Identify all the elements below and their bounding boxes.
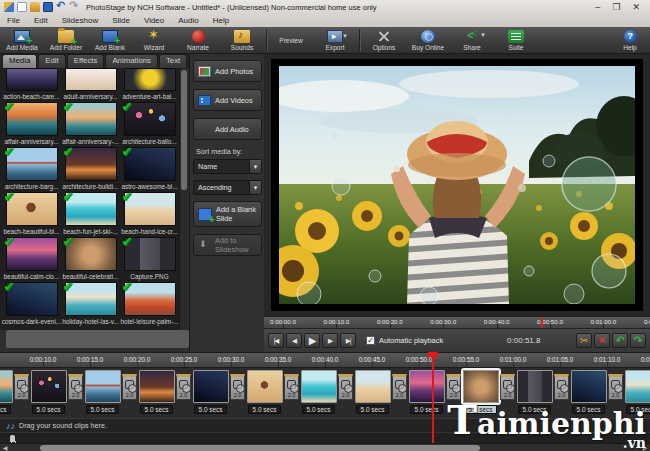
chevron-down-icon[interactable]: ▼	[480, 32, 486, 38]
media-thumbnail[interactable]: ✔	[65, 192, 117, 226]
redo-icon[interactable]	[69, 2, 79, 12]
add-blank-button[interactable]: Add Blank	[88, 27, 132, 53]
menu-item-slide[interactable]: Slide	[105, 16, 137, 25]
slide-thumbnail[interactable]	[301, 370, 337, 403]
preview-seek-bar[interactable]: 0:00:00.00:00:10.00:00:20.00:00:30.00:00…	[264, 316, 650, 329]
sounds-button[interactable]: Sounds	[220, 27, 264, 53]
media-thumbnail[interactable]: ✔	[124, 147, 176, 181]
preview-photo[interactable]	[279, 66, 635, 304]
slide-duration-label[interactable]: 5.0 secs	[194, 405, 228, 414]
remove-slide-button[interactable]: ✖	[594, 333, 610, 348]
media-thumbnail[interactable]: ✔	[124, 102, 176, 136]
slide-duration-label[interactable]: 5.0 secs	[140, 405, 174, 414]
slide-thumbnail[interactable]	[571, 370, 607, 403]
transition-slot[interactable]: 2.0	[67, 370, 84, 400]
add-folder-button[interactable]: Add Folder	[44, 27, 88, 53]
tab-text[interactable]: Text	[159, 54, 187, 68]
preview-button[interactable]: Preview	[269, 27, 313, 53]
help-button[interactable]: Help	[610, 27, 650, 53]
go-to-start-button[interactable]: |◀	[268, 333, 284, 348]
transition-slot[interactable]: 2.0	[229, 370, 246, 400]
media-thumbnail[interactable]: ✔	[65, 147, 117, 181]
transition-icon[interactable]: 2.0	[608, 374, 623, 400]
slide-thumbnail[interactable]	[0, 370, 13, 403]
suite-button[interactable]: Suite	[494, 27, 538, 53]
media-thumbnail[interactable]: ✔	[6, 237, 58, 271]
transition-icon[interactable]: 2.0	[68, 374, 83, 400]
timeline-slide[interactable]: 5.0 secs	[354, 370, 391, 414]
export-button[interactable]: ▼Export	[313, 27, 357, 53]
menu-item-video[interactable]: Video	[137, 16, 171, 25]
transition-slot[interactable]: 2.0	[553, 370, 570, 400]
sort-by-dropdown[interactable]: Name ▼	[193, 159, 262, 174]
media-thumbnail[interactable]: ✔	[124, 237, 176, 271]
media-item[interactable]: ✔hotel-leisure-palm-...	[120, 282, 179, 325]
new-file-icon[interactable]	[17, 2, 27, 12]
transition-slot[interactable]: 2.0	[13, 370, 30, 400]
scroll-left-icon[interactable]: ◀	[0, 444, 10, 451]
add-media-button[interactable]: Add Media	[0, 27, 44, 53]
media-item[interactable]: ✔astro-awesome-bl...	[120, 147, 179, 190]
media-thumbnail[interactable]	[124, 68, 176, 91]
timeline-slide[interactable]: 5.0 secs	[408, 370, 445, 414]
media-thumbnail[interactable]: ✔	[6, 102, 58, 136]
transition-slot[interactable]: 2.0	[283, 370, 300, 400]
media-thumbnail[interactable]: ✔	[65, 102, 117, 136]
transition-slot[interactable]: 2.0	[121, 370, 138, 400]
slide-duration-label[interactable]: 5.0 secs	[86, 405, 120, 414]
slide-duration-label[interactable]: 5.0 secs	[0, 405, 11, 414]
play-button[interactable]: ▶	[304, 333, 320, 348]
transition-icon[interactable]: 2.0	[392, 374, 407, 400]
tab-media[interactable]: Media	[2, 54, 37, 68]
timeline-slide[interactable]: 5.0 secs	[84, 370, 121, 414]
media-thumbnail[interactable]: ✔	[124, 192, 176, 226]
transition-icon[interactable]: 2.0	[500, 374, 515, 400]
timeline-slide[interactable]: 5.0 secs	[192, 370, 229, 414]
menu-item-slideshow[interactable]: Slideshow	[55, 16, 105, 25]
add-to-slideshow-button[interactable]: Add to Slideshow	[193, 234, 262, 256]
media-item[interactable]: ✔architecture-barg...	[2, 147, 61, 190]
chevron-down-icon[interactable]: ▼	[342, 33, 348, 39]
media-item[interactable]: ✔beach-hand-ice-cr...	[120, 192, 179, 235]
redo-button[interactable]: ↷	[630, 333, 646, 348]
buy-online-button[interactable]: Buy Online	[406, 27, 450, 53]
media-item[interactable]: ✔architecture-buildi...	[61, 147, 120, 190]
media-item[interactable]: ✔beach-fun-jet-ski-...	[61, 192, 120, 235]
automatic-playback-option[interactable]: ✓ Automatic playback	[366, 336, 443, 345]
tab-animations[interactable]: Animations	[105, 54, 158, 68]
slide-thumbnail[interactable]	[193, 370, 229, 403]
menu-item-audio[interactable]: Audio	[171, 16, 205, 25]
menu-item-edit[interactable]: Edit	[27, 16, 55, 25]
timeline-slide[interactable]: 5.0 secs	[246, 370, 283, 414]
media-horizontal-scrollbar[interactable]	[6, 330, 189, 348]
timeline-slide[interactable]: 5.0 secs	[0, 370, 13, 414]
tab-effects[interactable]: Effects	[67, 54, 105, 68]
media-item[interactable]: ✔beautiful-celebrati...	[61, 237, 120, 280]
slide-duration-label[interactable]: 5.0 secs	[248, 405, 282, 414]
media-item[interactable]: ✔architecture-ballo...	[120, 102, 179, 145]
media-thumbnail[interactable]: ✔	[124, 282, 176, 316]
media-item[interactable]: ✔beach-beautiful-bl...	[2, 192, 61, 235]
next-frame-button[interactable]: ▶	[322, 333, 338, 348]
slide-thumbnail[interactable]	[247, 370, 283, 403]
slide-duration-label[interactable]: 5.0 secs	[356, 405, 390, 414]
slide-duration-label[interactable]: 5.0 secs	[32, 405, 66, 414]
timeline-slide[interactable]: 5.0 secs	[30, 370, 67, 414]
tab-edit[interactable]: Edit	[38, 54, 65, 68]
slide-thumbnail[interactable]	[355, 370, 391, 403]
timeline-slide[interactable]: 5.0 secs	[300, 370, 337, 414]
media-thumbnail[interactable]: ✔	[6, 192, 58, 226]
transition-icon[interactable]: 2.0	[122, 374, 137, 400]
media-item[interactable]: ✔Capture.PNG	[120, 237, 179, 280]
chevron-down-icon[interactable]: ▼	[249, 160, 261, 173]
slide-thumbnail[interactable]	[625, 370, 650, 403]
media-thumbnail[interactable]	[6, 68, 58, 91]
sort-order-dropdown[interactable]: Ascending ▼	[193, 180, 262, 195]
media-item[interactable]: adventure-art-bal...	[120, 68, 179, 100]
timeline-slide[interactable]: 5.0 secs	[138, 370, 175, 414]
add-audio-button[interactable]: Add Audio	[193, 118, 262, 140]
timeline-playhead[interactable]	[432, 352, 434, 443]
scrollbar-thumb[interactable]	[40, 445, 480, 451]
slide-duration-label[interactable]: 5.0 secs	[410, 405, 444, 414]
close-button[interactable]: ✕	[632, 2, 640, 12]
